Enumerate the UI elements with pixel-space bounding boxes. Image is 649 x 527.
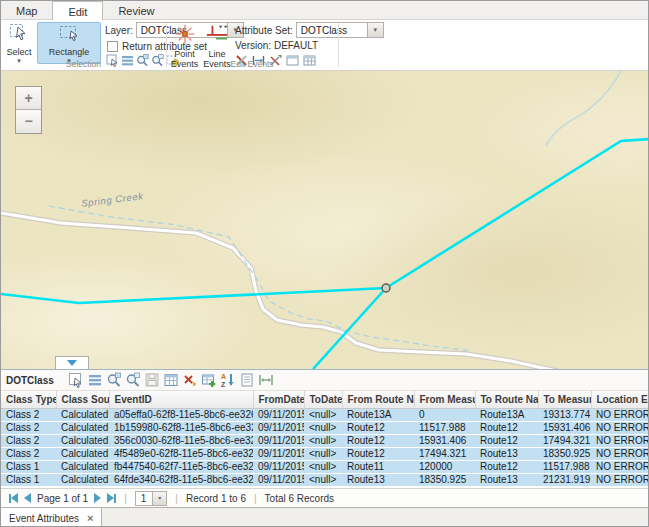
save-icon[interactable] [144, 372, 160, 388]
table-cell[interactable]: Route13A [475, 408, 538, 421]
route-junction-marker[interactable] [382, 284, 390, 292]
table-cell[interactable]: NO ERROR [591, 447, 649, 460]
table-cell[interactable]: 356c0030-62f8-11e5-8bc6-ee32641d5ec9 [109, 434, 253, 447]
table-cell[interactable]: 09/11/2015 [253, 421, 304, 434]
table-cell[interactable]: Route12 [342, 434, 414, 447]
column-header[interactable]: To Route Name [475, 391, 538, 408]
table-cell[interactable]: Route12 [342, 447, 414, 460]
table-cell[interactable]: 09/11/2015 [253, 460, 304, 473]
panel-collapse-handle[interactable] [55, 356, 89, 369]
table-cell[interactable]: 11517.988 [538, 460, 591, 473]
table-cell[interactable]: Class 1 [1, 460, 56, 473]
table-cell[interactable]: Calculated [56, 473, 109, 486]
table-cell[interactable]: Class 1 [1, 473, 56, 486]
table-cell[interactable]: Route13 [475, 473, 538, 486]
close-icon[interactable]: × [87, 512, 93, 524]
column-header[interactable]: EventID [109, 391, 253, 408]
map-canvas[interactable]: Spring Creek + − [1, 71, 648, 369]
table-cell[interactable]: Route12 [475, 421, 538, 434]
table-cell[interactable]: Route12 [342, 421, 414, 434]
table-cell[interactable]: Class 2 [1, 421, 56, 434]
table-cell[interactable]: Route12 [475, 460, 538, 473]
zoom-to-record-icon[interactable] [106, 372, 122, 388]
previous-page-button[interactable] [24, 493, 31, 503]
table-cell[interactable]: 09/11/2015 [253, 408, 304, 421]
column-header[interactable]: From Route Name [342, 391, 414, 408]
table-cell[interactable]: Class 2 [1, 408, 56, 421]
table-cell[interactable]: Route13 [475, 447, 538, 460]
table-cell[interactable]: Class 2 [1, 434, 56, 447]
table-cell[interactable]: <null> [304, 473, 342, 486]
pan-to-record-icon[interactable] [125, 372, 141, 388]
route-line[interactable] [1, 288, 386, 303]
table-row[interactable]: Class 2Calculated1b159980-62f8-11e5-8bc6… [1, 421, 649, 434]
table-row[interactable]: Class 2Calculated356c0030-62f8-11e5-8bc6… [1, 434, 649, 447]
add-record-icon[interactable] [201, 372, 217, 388]
table-cell[interactable]: <null> [304, 408, 342, 421]
chevron-down-icon[interactable]: ▾ [367, 23, 383, 37]
table-cell[interactable]: fb447540-62f7-11e5-8bc6-ee32641d5ec9 [109, 460, 253, 473]
table-cell[interactable]: <null> [304, 447, 342, 460]
column-header[interactable]: From Measure [414, 391, 475, 408]
table-cell[interactable]: Calculated [56, 447, 109, 460]
last-page-button[interactable] [107, 493, 116, 503]
table-cell[interactable]: 15931.406 [414, 434, 475, 447]
table-cell[interactable]: <null> [304, 460, 342, 473]
table-row[interactable]: Class 2Calculateda05effa0-62f8-11e5-8bc6… [1, 408, 649, 421]
table-cell[interactable]: Route11 [342, 460, 414, 473]
table-cell[interactable]: Calculated [56, 460, 109, 473]
attribute-page-icon[interactable] [239, 372, 255, 388]
page-number-dropdown[interactable]: 1 ▾ [135, 491, 168, 506]
table-cell[interactable]: 09/11/2015 [253, 473, 304, 486]
table-cell[interactable]: Calculated [56, 434, 109, 447]
attribute-set-dropdown[interactable]: DOTClass ▾ [296, 22, 384, 38]
table-cell[interactable]: 18350.925 [538, 447, 591, 460]
table-cell[interactable]: NO ERROR [591, 408, 649, 421]
route-line[interactable] [386, 139, 648, 288]
column-header[interactable]: ToDate [304, 391, 342, 408]
table-row[interactable]: Class 1Calculatedfb447540-62f7-11e5-8bc6… [1, 460, 649, 473]
table-cell[interactable]: 18350.925 [414, 473, 475, 486]
table-cell[interactable]: 0 [414, 408, 475, 421]
fit-columns-icon[interactable] [258, 372, 274, 388]
return-attribute-set-checkbox[interactable] [107, 41, 118, 52]
table-cell[interactable]: Route13A [342, 408, 414, 421]
menu-icon[interactable] [87, 372, 103, 388]
table-cell[interactable]: 1b159980-62f8-11e5-8bc6-ee32641d5ec9 [109, 421, 253, 434]
tab-event-attributes[interactable]: Event Attributes × [1, 508, 102, 527]
column-header[interactable]: Class Source [56, 391, 109, 408]
table-cell[interactable]: 120000 [414, 460, 475, 473]
rectangle-tool-button[interactable]: Rectangle ▾ [37, 22, 101, 64]
table-cell[interactable]: Route13 [342, 473, 414, 486]
table-cell[interactable]: <null> [304, 434, 342, 447]
select-records-icon[interactable] [68, 372, 84, 388]
open-table-icon[interactable] [163, 372, 179, 388]
tab-map[interactable]: Map [1, 1, 52, 20]
zoom-in-button[interactable]: + [16, 87, 41, 110]
table-cell[interactable]: 21231.919 [538, 473, 591, 486]
table-cell[interactable]: Calculated [56, 408, 109, 421]
table-cell[interactable]: NO ERROR [591, 434, 649, 447]
select-tool-button[interactable]: Select ▾ [3, 22, 35, 64]
column-header[interactable]: FromDate [253, 391, 304, 408]
table-cell[interactable]: Class 2 [1, 447, 56, 460]
sort-icon[interactable]: AZ [220, 372, 236, 388]
table-cell[interactable]: 64fde340-62f8-11e5-8bc6-ee32641d5ec9 [109, 473, 253, 486]
table-row[interactable]: Class 1Calculated64fde340-62f8-11e5-8bc6… [1, 473, 649, 486]
table-cell[interactable]: 09/11/2015 [253, 447, 304, 460]
table-cell[interactable]: NO ERROR [591, 460, 649, 473]
column-header[interactable]: Location Error [591, 391, 649, 408]
table-cell[interactable]: Calculated [56, 421, 109, 434]
next-page-button[interactable] [94, 493, 101, 503]
column-header[interactable]: Class Type [1, 391, 56, 408]
table-cell[interactable]: NO ERROR [591, 473, 649, 486]
table-row[interactable]: Class 2Calculated4f5489e0-62f8-11e5-8bc6… [1, 447, 649, 460]
table-cell[interactable]: 17494.321 [538, 434, 591, 447]
column-header[interactable]: To Measure [538, 391, 591, 408]
first-page-button[interactable] [9, 493, 18, 503]
table-cell[interactable]: NO ERROR [591, 421, 649, 434]
table-cell[interactable]: 11517.988 [414, 421, 475, 434]
table-cell[interactable]: a05effa0-62f8-11e5-8bc6-ee32641d5ec9 [109, 408, 253, 421]
tab-review[interactable]: Review [103, 1, 169, 20]
table-cell[interactable]: 17494.321 [414, 447, 475, 460]
